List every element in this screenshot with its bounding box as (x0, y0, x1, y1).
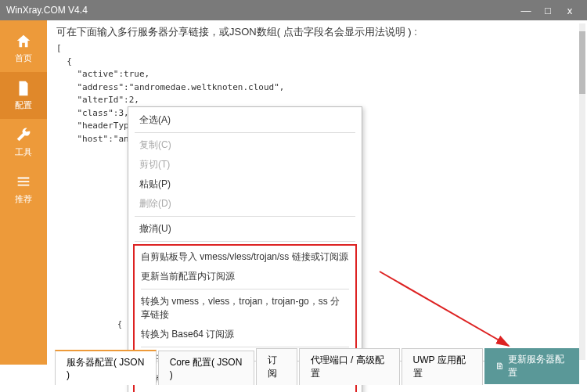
maximize-button[interactable]: □ (537, 5, 559, 16)
tab-proxy-advanced[interactable]: 代理端口 / 高级配置 (299, 348, 400, 385)
content-area: 可在下面输入多行服务器分享链接，或JSON数组( 点击字段名会显示用法说明 ) … (47, 20, 587, 365)
menu-saveas-default[interactable]: 另存为默认服务器列表(JSON) (135, 389, 355, 392)
update-server-config-button[interactable]: 🗎 更新服务器配置 (484, 348, 579, 384)
menu-convert-base64[interactable]: 转换为 Base64 订阅源 (135, 325, 355, 344)
tab-core-config[interactable]: Core 配置( JSON ) (158, 351, 254, 385)
minimize-button[interactable]: — (515, 5, 537, 16)
menu-convert-links[interactable]: 转换为 vmess，vless，trojan，trojan-go，ss 分享链接 (135, 292, 355, 325)
menu-separator (141, 347, 349, 347)
update-button-label: 更新服务器配置 (508, 353, 568, 379)
app-title: WinXray.COM V4.4 (6, 5, 515, 16)
bars-icon (15, 174, 32, 191)
sidebar-item-label: 首页 (15, 52, 32, 64)
menu-separator (141, 289, 349, 290)
save-icon: 🗎 (495, 361, 505, 372)
sidebar-item-home[interactable]: 首页 (0, 25, 47, 72)
sidebar-item-config[interactable]: 配置 (0, 72, 47, 119)
sidebar-item-label: 配置 (15, 99, 32, 111)
menu-separator (135, 241, 355, 242)
sidebar-item-recommend[interactable]: 推荐 (0, 166, 47, 213)
titlebar: WinXray.COM V4.4 — □ x (0, 0, 587, 20)
sidebar-item-tools[interactable]: 工具 (0, 119, 47, 166)
scrollbar-thumb[interactable] (579, 31, 585, 94)
menu-cut: 剪切(T) (128, 155, 362, 174)
close-button[interactable]: x (559, 5, 581, 16)
menu-separator (135, 132, 355, 133)
menu-separator (135, 216, 355, 217)
sidebar-item-label: 推荐 (15, 193, 32, 205)
home-icon (15, 33, 32, 50)
doc-icon (15, 80, 32, 97)
menu-paste[interactable]: 粘贴(P) (128, 174, 362, 194)
vertical-scrollbar[interactable] (579, 23, 585, 360)
menu-delete: 删除(D) (128, 194, 362, 214)
menu-select-all[interactable]: 全选(A) (128, 110, 362, 130)
menu-update-subscription[interactable]: 更新当前配置内订阅源 (135, 267, 355, 286)
instruction-text: 可在下面输入多行服务器分享链接，或JSON数组( 点击字段名会显示用法说明 ) … (56, 25, 578, 39)
tab-server-config[interactable]: 服务器配置( JSON ) (55, 350, 157, 385)
menu-copy: 复制(C) (128, 135, 362, 155)
sidebar-item-label: 工具 (15, 146, 32, 158)
wrench-icon (15, 127, 32, 144)
sidebar: 首页 配置 工具 推荐 (0, 20, 47, 365)
main: 首页 配置 工具 推荐 可在下面输入多行服务器分享链接，或JSON数组( 点击字… (0, 20, 587, 365)
menu-undo[interactable]: 撤消(U) (128, 219, 362, 239)
json-trailing-line: { (117, 320, 122, 329)
menu-import-clipboard[interactable]: 自剪贴板导入 vmess/vless/trojan/ss 链接或订阅源 (135, 247, 355, 267)
tab-uwp[interactable]: UWP 应用配置 (402, 348, 483, 385)
bottom-tabbar: 服务器配置( JSON ) Core 配置( JSON ) 订阅 代理端口 / … (55, 361, 579, 384)
tab-subscription[interactable]: 订阅 (256, 348, 297, 385)
